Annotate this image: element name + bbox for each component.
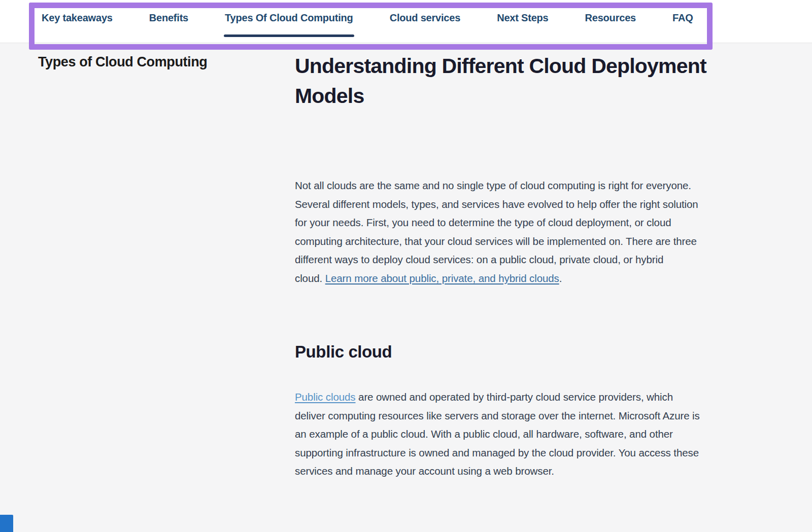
public-cloud-text: are owned and operated by third-party cl… [295,391,700,477]
tab-key-takeaways[interactable]: Key takeaways [42,12,113,24]
intro-text-after-link: . [559,272,562,284]
tab-benefits[interactable]: Benefits [149,12,188,24]
page-title: Understanding Different Cloud Deployment… [295,51,774,111]
tab-types-of-cloud-computing[interactable]: Types Of Cloud Computing [225,12,353,24]
tab-cloud-services[interactable]: Cloud services [390,12,461,24]
sidebar-section-heading: Types of Cloud Computing [38,54,207,70]
tab-label: Types Of Cloud Computing [225,12,353,23]
tab-label: Next Steps [497,12,548,23]
learn-more-link[interactable]: Learn more about public, private, and hy… [325,272,559,284]
public-clouds-link[interactable]: Public clouds [295,391,356,403]
anchor-nav-bar: Key takeaways Benefits Types Of Cloud Co… [0,0,812,43]
public-cloud-paragraph: Public clouds are owned and operated by … [295,388,754,481]
tab-next-steps[interactable]: Next Steps [497,12,548,24]
public-cloud-heading: Public cloud [295,342,774,362]
tab-label: Cloud services [390,12,461,23]
tab-label: Key takeaways [42,12,113,23]
active-tab-underline [224,34,354,37]
intro-text: Not all clouds are the same and no singl… [295,180,698,284]
tab-resources[interactable]: Resources [585,12,636,24]
partial-blue-element [0,515,13,532]
intro-paragraph: Not all clouds are the same and no singl… [295,176,754,288]
tab-faq[interactable]: FAQ [672,12,693,24]
article-content: Understanding Different Cloud Deployment… [295,51,774,481]
tab-label: Resources [585,12,636,23]
tab-label: Benefits [149,12,188,23]
tab-label: FAQ [672,12,693,23]
